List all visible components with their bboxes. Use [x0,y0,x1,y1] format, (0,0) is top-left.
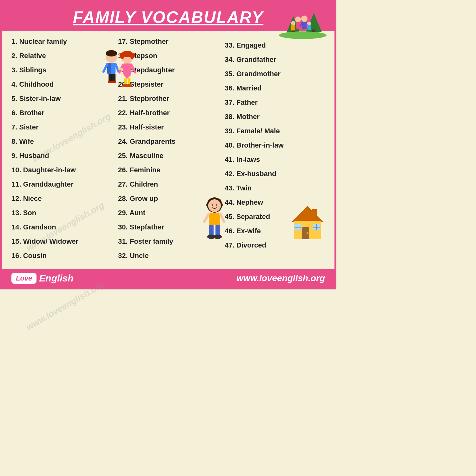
svg-line-20 [116,64,119,72]
svg-line-32 [131,65,135,72]
vocab-item: 5. Sister-in-law [11,91,112,106]
svg-rect-54 [312,209,317,218]
vocab-item [225,34,325,38]
svg-line-47 [204,214,209,221]
svg-rect-24 [112,81,116,83]
vocab-item: 2. Relative [11,49,112,63]
vocabulary-columns: 1. Nuclear family2. Relative3. Siblings4… [8,34,328,263]
vocab-item: 38. Mother [225,109,325,124]
vocab-item: 8. Wife [11,134,112,149]
vocab-item: 36. Married [225,81,325,95]
kids-illustration [100,50,138,93]
svg-point-45 [216,204,217,206]
vocab-item: 12. Niece [11,191,112,206]
vocab-item: 23. Half-sister [118,120,218,134]
svg-point-43 [208,199,221,212]
svg-rect-12 [291,25,295,30]
vocab-item: 7. Sister [11,120,112,134]
vocab-item: 9. Husband [11,149,112,163]
svg-point-16 [106,50,117,56]
footer-logo-heart: Love [11,273,36,284]
vocab-item: 27. Children [118,177,218,191]
vocab-item: 17. Stepmother [118,34,218,49]
vocab-item: 15. Widow/ Widower [11,234,112,248]
svg-rect-6 [302,22,307,29]
svg-line-19 [103,64,107,72]
vocab-item: 32. Uncle [118,248,218,263]
vocab-item: 34. Grandfather [225,52,325,67]
house-illustration [290,204,325,241]
vocab-item: 33. Engaged [225,38,325,52]
footer-url: www.loveenglish.org [236,273,325,283]
svg-line-48 [220,214,224,221]
vocab-item: 4. Childhood [11,77,112,91]
column-1: 1. Nuclear family2. Relative3. Siblings4… [8,34,115,263]
vocab-item: 39. Female/ Male [225,124,325,138]
vocab-item: 22. Half-brother [118,106,218,120]
svg-rect-33 [124,78,127,85]
page-wrapper: FAMILY VOCABULARY [0,0,336,289]
footer-logo-text: English [39,273,73,284]
vocab-item: 3. Siblings [11,63,112,77]
svg-rect-34 [128,78,130,85]
content-area: www.loveenglish.org www.loveenglish.org … [2,31,334,266]
svg-rect-29 [123,63,131,75]
svg-point-44 [212,204,213,206]
vocab-item: 43. Twin [225,181,325,195]
svg-point-36 [126,84,132,87]
svg-rect-49 [209,225,214,236]
vocab-item: 40. Brother-in-law [225,138,325,152]
vocab-item: 37. Father [225,95,325,109]
svg-rect-14 [307,25,311,30]
vocab-item: 14. Grandson [11,220,112,234]
vocab-item: 24. Grandparents [118,134,218,149]
boy-illustration [199,196,230,245]
svg-point-5 [301,16,307,22]
vocab-item: 35. Grandmother [225,67,325,81]
vocab-item: 25. Masculine [118,149,218,163]
vocab-item: 21. Stepbrother [118,91,218,106]
svg-point-52 [214,235,222,239]
vocab-item: 1. Nuclear family [11,34,112,49]
vocab-item: 42. Ex-husband [225,167,325,181]
vocab-item: 11. Granddaughter [11,177,112,191]
svg-rect-50 [215,225,220,236]
header: FAMILY VOCABULARY [2,2,334,31]
vocab-item: 41. In-laws [225,152,325,167]
svg-point-9 [295,17,301,22]
svg-point-57 [307,232,308,234]
svg-marker-30 [123,75,131,79]
svg-rect-22 [112,74,116,82]
vocab-item: 13. Son [11,206,112,220]
vocab-item: 16. Cousin [11,248,112,263]
svg-marker-53 [292,206,323,222]
svg-rect-21 [109,74,112,82]
svg-rect-46 [209,213,220,225]
vocab-item: 10. Daughter-in-law [11,163,112,177]
svg-point-13 [307,22,311,25]
vocab-item: 6. Brother [11,106,112,120]
footer-logo: Love English [11,273,74,284]
svg-rect-23 [108,81,112,83]
svg-rect-10 [296,22,300,29]
footer: Love English www.loveenglish.org [2,269,334,288]
vocab-item: 26. Feminine [118,163,218,177]
svg-point-11 [291,21,295,25]
